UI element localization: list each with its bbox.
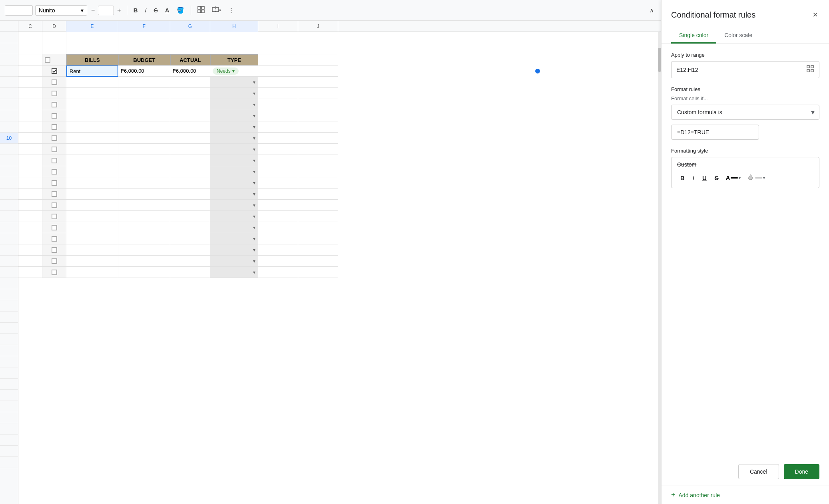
col-header-c[interactable]: C [18,21,42,32]
text-color-picker-button[interactable]: A ▾ [723,173,743,183]
checkbox-d3[interactable] [45,57,50,63]
checkbox-15[interactable] [52,191,57,197]
checkbox-8[interactable] [52,113,57,119]
cell-g1[interactable] [170,32,210,43]
col-header-e[interactable]: E [66,21,118,32]
format-condition-select[interactable]: Custom formula is [671,105,819,120]
checkbox-rent[interactable] [52,68,57,74]
style-strikethrough-button[interactable]: S [711,173,722,183]
cell-h2[interactable] [210,43,258,54]
cell-f-header[interactable]: BUDGET [118,54,170,65]
tab-single-color[interactable]: Single color [671,28,716,44]
cancel-button[interactable]: Cancel [738,464,779,479]
fill-color-button[interactable]: 🪣 [174,5,187,16]
cell-i-rent[interactable] [258,65,298,77]
text-color-button[interactable]: A [163,5,172,15]
cell-d-rent[interactable] [42,65,66,77]
collapse-button[interactable]: ∧ [647,5,656,16]
cell-e5[interactable] [66,77,118,88]
cell-i5[interactable] [258,77,298,88]
cell-i2[interactable] [258,43,298,54]
cell-e2[interactable] [66,43,118,54]
cell-c5[interactable] [18,77,42,88]
borders-button[interactable] [195,4,207,16]
checkbox-20[interactable] [52,247,57,253]
cell-d3[interactable] [42,54,66,65]
style-bold-button[interactable]: B [677,173,688,183]
checkbox-14[interactable] [52,180,57,186]
blue-resize-handle[interactable] [535,69,540,73]
cell-i3[interactable] [258,54,298,65]
cell-h-rent[interactable]: Needs ▾ [210,65,258,77]
cell-g-header[interactable]: ACTUAL [170,54,210,65]
checkbox-17[interactable] [52,214,57,219]
cell-g2[interactable] [170,43,210,54]
bold-button[interactable]: B [131,5,140,15]
col-header-i[interactable]: I [258,21,298,32]
cell-j3[interactable] [298,54,338,65]
range-grid-icon[interactable] [806,65,814,75]
col-header-j[interactable]: J [298,21,338,32]
range-input[interactable] [676,67,806,73]
checkbox-16[interactable] [52,202,57,208]
tab-color-scale[interactable]: Color scale [716,28,760,44]
checkbox-22[interactable] [52,270,57,275]
checkbox-18[interactable] [52,225,57,230]
cell-g5[interactable] [170,77,210,88]
cell-c-rent[interactable] [18,65,42,77]
cell-h1[interactable] [210,32,258,43]
cell-f-rent[interactable]: ₱6,000.00 [118,65,170,77]
cell-reference-input[interactable]: 123 [5,5,33,16]
scroll-thumb[interactable] [658,48,661,72]
italic-button[interactable]: I [143,5,149,15]
cell-j-rent[interactable] [298,65,338,77]
cell-h5[interactable]: ▾ [210,77,258,88]
col-header-g[interactable]: G [170,21,210,32]
cell-d5[interactable] [42,77,66,88]
vertical-scrollbar[interactable] [658,32,661,504]
cell-j5[interactable] [298,77,338,88]
cell-d1[interactable] [42,32,66,43]
formula-input[interactable] [671,125,759,140]
checkbox-13[interactable] [52,169,57,175]
checkbox-11[interactable] [52,147,57,152]
style-underline-button[interactable]: U [699,173,710,183]
cell-f1[interactable] [118,32,170,43]
font-size-input[interactable]: 10 [98,6,114,15]
checkbox-7[interactable] [52,102,57,107]
col-header-d[interactable]: D [42,21,66,32]
checkbox-21[interactable] [52,258,57,264]
checkbox-19[interactable] [52,236,57,242]
cell-c2[interactable] [18,43,42,54]
style-italic-button[interactable]: I [690,173,697,183]
cell-j1[interactable] [298,32,338,43]
cell-i1[interactable] [258,32,298,43]
checkbox-10[interactable] [52,135,57,141]
checkbox-12[interactable] [52,158,57,163]
col-header-h[interactable]: H [210,21,258,32]
cell-e1[interactable] [66,32,118,43]
cell-d2[interactable] [42,43,66,54]
cell-c1[interactable] [18,32,42,43]
cell-f5[interactable] [118,77,170,88]
add-another-rule-button[interactable]: + Add another rule [662,486,829,504]
done-button[interactable]: Done [784,464,819,479]
font-size-increase-button[interactable]: + [116,6,122,15]
fill-color-picker-button[interactable]: ▾ [745,172,767,184]
col-header-f[interactable]: F [118,21,170,32]
cell-h-header[interactable]: TYPE [210,54,258,65]
cell-g-rent[interactable]: ₱6,000.00 [170,65,210,77]
font-size-decrease-button[interactable]: − [90,6,96,15]
cell-c3[interactable] [18,54,42,65]
cell-j2[interactable] [298,43,338,54]
checkbox-9[interactable] [52,124,57,130]
cf-close-button[interactable]: × [811,8,819,22]
checkbox-5[interactable] [52,79,57,85]
needs-badge[interactable]: Needs ▾ [213,67,239,75]
cell-f2[interactable] [118,43,170,54]
more-options-button[interactable]: ⋮ [226,5,237,16]
merge-cells-button[interactable]: ▾ [209,4,223,16]
strikethrough-button[interactable]: S [151,5,160,15]
cell-e-header[interactable]: BILLS [66,54,118,65]
font-family-selector[interactable]: Nunito ▾ [35,5,87,16]
